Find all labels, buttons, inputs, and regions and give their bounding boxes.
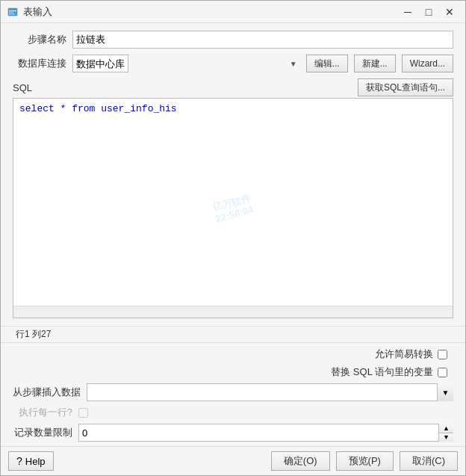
sql-editor[interactable]: select * from user_info_his xyxy=(13,99,453,306)
ok-button[interactable]: 确定(O) xyxy=(271,451,330,471)
sql-section: SQL 获取SQL查询语句... 亿万软件 22:58:04 select * … xyxy=(13,78,453,318)
insert-from-step-label: 从步骤插入数据 xyxy=(13,386,81,399)
content-area: 步骤名称 数据库连接 数据中心库 编辑... 新建... Wizard... S… xyxy=(1,23,465,326)
execute-each-row-label: 执行每一行? xyxy=(13,406,72,419)
titlebar: 表输入 ─ □ ✕ xyxy=(1,1,465,23)
step-name-label: 步骤名称 xyxy=(13,33,66,46)
status-bar: 行1 列27 xyxy=(1,326,465,342)
spin-down-button[interactable]: ▼ xyxy=(439,433,453,442)
allow-lazy-conv-checkbox[interactable] xyxy=(438,350,447,359)
window-icon xyxy=(7,6,19,18)
execute-each-row-row: 执行每一行? xyxy=(13,406,453,419)
sql-editor-wrapper: 亿万软件 22:58:04 select * from user_info_hi… xyxy=(13,98,453,318)
footer: ? Help 确定(O) 预览(P) 取消(C) xyxy=(1,446,465,475)
allow-lazy-conv-row: 允许简易转换 xyxy=(13,347,453,361)
cancel-button[interactable]: 取消(C) xyxy=(400,451,458,471)
replace-vars-label: 替换 SQL 语句里的变量 xyxy=(331,365,433,379)
close-button[interactable]: ✕ xyxy=(440,4,459,19)
spin-up-button[interactable]: ▲ xyxy=(439,424,453,433)
svg-rect-1 xyxy=(9,10,16,11)
step-name-row: 步骤名称 xyxy=(13,31,453,49)
row-limit-label: 记录数量限制 xyxy=(13,426,72,439)
replace-vars-checkbox[interactable] xyxy=(438,368,447,377)
db-conn-select[interactable]: 数据中心库 xyxy=(72,55,128,72)
bottom-options: 允许简易转换 替换 SQL 语句里的变量 从步骤插入数据 ▼ 执行每一行? 记录… xyxy=(1,342,465,446)
svg-rect-3 xyxy=(9,13,15,14)
wizard-button[interactable]: Wizard... xyxy=(402,55,453,72)
help-icon: ? xyxy=(16,455,22,467)
help-label: Help xyxy=(25,456,46,467)
execute-each-row-checkbox[interactable] xyxy=(78,408,88,418)
help-button[interactable]: ? Help xyxy=(8,451,54,471)
window-controls: ─ □ ✕ xyxy=(398,4,459,19)
replace-vars-row: 替换 SQL 语句里的变量 xyxy=(13,365,453,379)
sql-scrollbar-h xyxy=(13,306,453,318)
db-select-wrapper: 数据中心库 xyxy=(72,55,300,72)
sql-header: SQL 获取SQL查询语句... xyxy=(13,78,453,96)
spin-buttons: ▲ ▼ xyxy=(438,424,453,442)
get-sql-button[interactable]: 获取SQL查询语句... xyxy=(358,78,453,96)
insert-from-step-wrapper: ▼ xyxy=(87,383,453,401)
sql-label: SQL xyxy=(13,82,32,93)
row-limit-wrapper: ▲ ▼ xyxy=(78,424,453,442)
edit-button[interactable]: 编辑... xyxy=(306,55,348,72)
row-limit-input[interactable] xyxy=(78,424,453,442)
insert-from-step-arrow[interactable]: ▼ xyxy=(437,383,453,401)
db-conn-row: 数据库连接 数据中心库 编辑... 新建... Wizard... xyxy=(13,55,453,72)
minimize-button[interactable]: ─ xyxy=(398,4,417,19)
new-button[interactable]: 新建... xyxy=(354,55,396,72)
insert-from-step-select[interactable] xyxy=(87,383,453,401)
db-conn-label: 数据库连接 xyxy=(13,57,66,70)
row-limit-row: 记录数量限制 ▲ ▼ xyxy=(13,424,453,442)
window-title: 表输入 xyxy=(23,5,398,19)
allow-lazy-conv-label: 允许简易转换 xyxy=(375,347,433,361)
preview-button[interactable]: 预览(P) xyxy=(336,451,394,471)
step-name-input[interactable] xyxy=(72,31,453,49)
insert-from-step-row: 从步骤插入数据 ▼ xyxy=(13,383,453,401)
main-window: 表输入 ─ □ ✕ 步骤名称 数据库连接 数据中心库 编辑... 新建... W… xyxy=(0,0,466,476)
maximize-button[interactable]: □ xyxy=(419,4,438,19)
status-text: 行1 列27 xyxy=(13,327,54,341)
svg-rect-2 xyxy=(9,12,13,13)
